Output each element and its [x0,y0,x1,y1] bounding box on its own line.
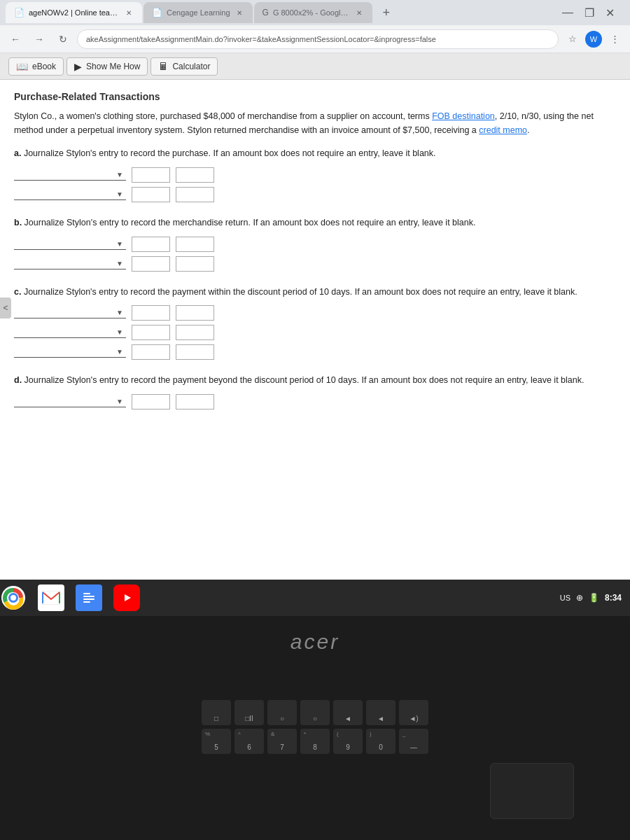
account-dropdown-c2[interactable]: ▼ [14,327,126,338]
key-minus[interactable]: _ — [399,729,428,754]
account-dropdown-d1[interactable]: ▼ [14,396,126,407]
close-button[interactable]: ✕ [601,6,619,20]
question-a-text: a. Journalize Stylon's entry to record t… [14,147,616,160]
key-screen[interactable]: □ [202,700,231,725]
forward-button[interactable]: → [29,29,49,49]
content-area: < Purchase-Related Transactions Stylon C… [0,80,630,616]
account-dropdown-c1[interactable]: ▼ [14,307,126,318]
address-bar: ← → ↻ akeAssignment/takeAssignmentMain.d… [0,25,630,53]
question-b-text: b. Journalize Stylon's entry to record t… [14,216,616,230]
account-dropdown-b2[interactable]: ▼ [14,258,126,270]
dropdown-arrow-c3: ▼ [116,348,123,356]
key-search[interactable]: ○ [267,700,297,725]
credit-box-c2[interactable] [176,325,214,340]
svg-rect-5 [83,593,90,594]
key-0[interactable]: ) 0 [366,729,396,754]
svg-rect-4 [81,588,97,608]
account-dropdown-b1[interactable]: ▼ [14,239,126,250]
debit-box-a1[interactable] [132,167,170,183]
credit-box-c3[interactable] [176,344,214,360]
side-arrow-button[interactable]: < [0,298,11,318]
key-back[interactable]: ○ [300,700,330,725]
ebook-button[interactable]: 📖 eBook [8,57,64,76]
question-c-section: c. Journalize Stylon's entry to record t… [14,286,616,360]
youtube-taskbar-icon[interactable] [113,584,140,611]
question-a-rows: ▼ ▼ [14,167,616,202]
key-8[interactable]: * 8 [300,729,330,754]
app-toolbar: 📖 eBook ▶ Show Me How 🖩 Calculator [0,53,630,80]
laptop-keyboard-area: acer □ □II ○ ○ ◄ ◄ ◄) [0,616,630,840]
key-brightness-down[interactable]: ◄ [333,700,363,725]
credit-box-c1[interactable] [176,305,214,321]
docs-taskbar-icon[interactable] [76,584,102,611]
status-bar: US ⊕ 🔋 8:34 [560,580,630,616]
debit-box-c2[interactable] [132,325,170,340]
laptop-screen: 📄 ageNOWv2 | Online teachin ✕ 📄 Cengage … [0,0,630,616]
fob-link[interactable]: FOB destination [432,111,495,121]
ebook-label: eBook [32,62,56,71]
account-dropdown-a2[interactable]: ▼ [14,189,126,200]
credit-box-a1[interactable] [176,167,214,183]
tab-active[interactable]: 📄 ageNOWv2 | Online teachin ✕ [6,2,142,23]
key-multiscreen[interactable]: □II [234,700,264,725]
key-volume[interactable]: ◄) [399,700,428,725]
account-icon[interactable]: W [585,31,602,48]
back-button[interactable]: ← [6,29,25,49]
table-row: ▼ [14,305,616,321]
credit-box-a2[interactable] [176,187,214,202]
credit-box-b2[interactable] [176,256,214,272]
tab-close-active[interactable]: ✕ [124,8,134,18]
key-brightness-up[interactable]: ◄ [366,700,396,725]
calculator-button[interactable]: 🖩 Calculator [150,57,218,76]
svg-rect-8 [83,601,90,603]
gmail-taskbar-icon[interactable] [38,584,64,611]
table-row: ▼ [14,344,616,360]
new-tab-button[interactable]: + [377,3,396,22]
keyboard-row-numbers: % 5 ^ 6 & 7 * 8 ( 9 ) 0 [42,729,588,754]
battery-icon: 🔋 [589,593,599,603]
question-b-rows: ▼ ▼ [14,237,616,272]
tab-google[interactable]: G G 8000x2% - Google Search ✕ [254,2,372,23]
debit-box-a2[interactable] [132,187,170,202]
browser-frame: 📄 ageNOWv2 | Online teachin ✕ 📄 Cengage … [0,0,630,616]
dropdown-arrow-d1: ▼ [116,398,123,405]
url-bar[interactable]: akeAssignment/takeAssignmentMain.do?invo… [77,29,559,49]
debit-box-c3[interactable] [132,344,170,360]
credit-box-b1[interactable] [176,237,214,252]
dropdown-arrow-c1: ▼ [116,309,123,316]
key-5[interactable]: % 5 [202,729,231,754]
debit-box-c1[interactable] [132,305,170,321]
question-d-rows: ▼ [14,394,616,410]
debit-box-d1[interactable] [132,394,170,410]
show-me-how-button[interactable]: ▶ Show Me How [66,57,148,76]
tab-close-google[interactable]: ✕ [354,8,364,18]
clock: 8:34 [605,593,622,603]
debit-box-b2[interactable] [132,256,170,272]
chrome-taskbar-icon[interactable] [0,584,27,611]
url-text: akeAssignment/takeAssignmentMain.do?invo… [86,35,436,43]
debit-box-b1[interactable] [132,237,170,252]
keyboard-row-fn: □ □II ○ ○ ◄ ◄ ◄) [42,700,588,725]
svg-rect-7 [83,598,94,600]
calculator-label: Calculator [172,62,210,71]
dropdown-arrow-a1: ▼ [116,171,123,178]
key-6[interactable]: ^ 6 [234,729,264,754]
credit-memo-link[interactable]: credit memo [479,125,527,135]
key-9[interactable]: ( 9 [333,729,363,754]
key-7[interactable]: & 7 [267,729,297,754]
calculator-icon: 🖩 [158,61,168,72]
credit-box-d1[interactable] [176,394,214,410]
extensions-icon[interactable]: ⋮ [605,29,624,49]
maximize-button[interactable]: ❐ [580,6,598,20]
reload-button[interactable]: ↻ [53,29,73,49]
account-dropdown-c3[interactable]: ▼ [14,346,126,358]
tab-close-cengage[interactable]: ✕ [234,8,244,18]
account-dropdown-a1[interactable]: ▼ [14,169,126,181]
minimize-button[interactable]: — [558,6,578,20]
browser-icons: ☆ W ⋮ [563,29,624,49]
dropdown-arrow-a2: ▼ [116,190,123,198]
touchpad[interactable] [490,763,574,819]
star-icon[interactable]: ☆ [563,29,582,49]
table-row: ▼ [14,256,616,272]
tab-cengage[interactable]: 📄 Cengage Learning ✕ [144,2,253,23]
